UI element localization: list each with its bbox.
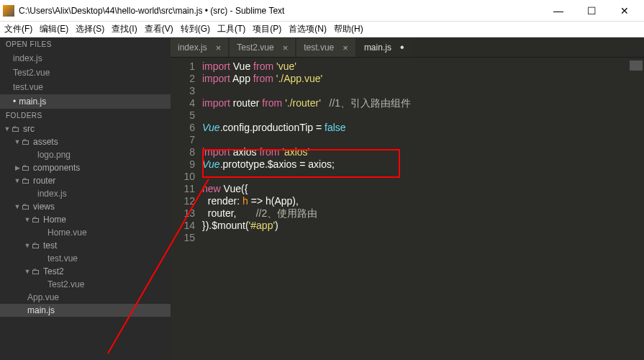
folder-icon: 🗀 — [22, 202, 30, 212]
close-icon[interactable]: × — [216, 42, 222, 53]
folder-src[interactable]: ▼🗀src — [0, 122, 171, 135]
menu-view[interactable]: 查看(V) — [145, 23, 173, 35]
folder-icon: 🗀 — [12, 124, 20, 134]
file-main-js[interactable]: main.js — [0, 304, 171, 317]
tab-indexjs[interactable]: index.js× — [171, 38, 228, 57]
folder-test2[interactable]: ▼🗀Test2 — [0, 265, 171, 278]
gutter: 123456789101112131415 — [171, 60, 202, 360]
close-icon[interactable]: × — [343, 42, 348, 53]
menu-goto[interactable]: 转到(G) — [181, 23, 210, 35]
open-file-item-active[interactable]: main.js — [0, 94, 171, 109]
close-button[interactable]: ✕ — [608, 0, 641, 22]
code-content[interactable]: import Vue from 'vue' import App from '.… — [202, 60, 644, 360]
file-test-vue[interactable]: test.vue — [0, 252, 171, 265]
file-app-vue[interactable]: App.vue — [0, 291, 171, 304]
folder-router[interactable]: ▼🗀router — [0, 174, 171, 187]
tabbar: index.js× Test2.vue× test.vue× main.js• — [171, 37, 644, 58]
folder-test[interactable]: ▼🗀test — [0, 239, 171, 252]
maximize-button[interactable]: ☐ — [575, 0, 608, 22]
tab-mainjs[interactable]: main.js• — [357, 38, 412, 57]
folder-icon: 🗀 — [22, 163, 30, 173]
folders-header: FOLDERS — [0, 109, 171, 122]
open-files-header: OPEN FILES — [0, 37, 171, 51]
folder-icon: 🗀 — [32, 240, 40, 251]
file-test2-vue[interactable]: Test2.vue — [0, 278, 171, 291]
folder-icon: 🗀 — [32, 266, 40, 276]
tab-test2vue[interactable]: Test2.vue× — [230, 38, 295, 57]
folder-assets[interactable]: ▼🗀assets — [0, 135, 171, 148]
menu-project[interactable]: 项目(P) — [253, 23, 281, 35]
open-file-item[interactable]: test.vue — [0, 80, 171, 94]
folder-home[interactable]: ▼🗀Home — [0, 213, 171, 226]
menu-file[interactable]: 文件(F) — [4, 23, 32, 35]
open-file-item[interactable]: Test2.vue — [0, 66, 171, 80]
tab-testvue[interactable]: test.vue× — [296, 38, 355, 57]
menu-edit[interactable]: 编辑(E) — [40, 23, 68, 35]
minimize-button[interactable]: — — [542, 0, 575, 22]
folder-icon: 🗀 — [32, 215, 40, 225]
app-icon — [3, 5, 14, 17]
folder-icon: 🗀 — [22, 176, 30, 186]
menubar: 文件(F) 编辑(E) 选择(S) 查找(I) 查看(V) 转到(G) 工具(T… — [0, 22, 644, 37]
editor[interactable]: 123456789101112131415 import Vue from 'v… — [171, 58, 644, 360]
window-title: C:\Users\Alix\Desktop\44\hello-world\src… — [19, 6, 542, 16]
menu-find[interactable]: 查找(I) — [112, 23, 137, 35]
file-router-index[interactable]: index.js — [0, 187, 171, 200]
folder-icon: 🗀 — [22, 137, 30, 147]
close-icon[interactable]: × — [283, 42, 289, 53]
menu-select[interactable]: 选择(S) — [76, 23, 104, 35]
file-home-vue[interactable]: Home.vue — [0, 226, 171, 239]
open-file-item[interactable]: index.js — [0, 51, 171, 66]
folder-components[interactable]: ▶🗀components — [0, 161, 171, 174]
menu-help[interactable]: 帮助(H) — [334, 23, 363, 35]
titlebar: C:\Users\Alix\Desktop\44\hello-world\src… — [0, 0, 644, 22]
sidebar: OPEN FILES index.js Test2.vue test.vue m… — [0, 37, 171, 360]
menu-tools[interactable]: 工具(T) — [217, 23, 245, 35]
folder-views[interactable]: ▼🗀views — [0, 200, 171, 213]
menu-prefs[interactable]: 首选项(N) — [289, 23, 327, 35]
file-logo[interactable]: logo.png — [0, 148, 171, 161]
